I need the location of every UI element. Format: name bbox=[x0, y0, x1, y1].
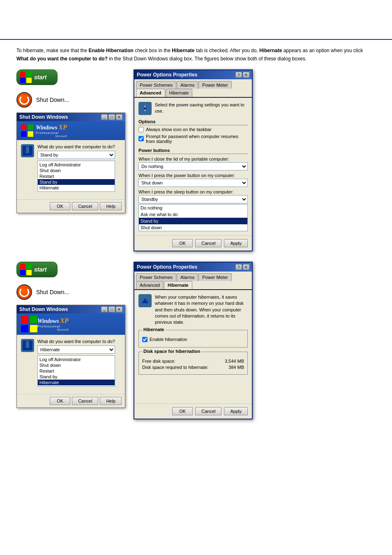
winxp-flag bbox=[21, 124, 33, 137]
checkbox2[interactable] bbox=[138, 136, 144, 141]
power-icon-2 bbox=[138, 294, 152, 307]
option-restart-2[interactable]: Restart bbox=[38, 368, 115, 374]
tab-power-meter-2[interactable]: Power Meter bbox=[198, 273, 231, 281]
power-ok-button-2[interactable]: OK bbox=[172, 407, 193, 415]
tab-advanced[interactable]: Advanced bbox=[136, 89, 165, 97]
option-shutdown-2[interactable]: Shut down bbox=[38, 362, 115, 368]
option-hibernate[interactable]: Hibernate bbox=[38, 185, 115, 191]
drop-option-ask[interactable]: Ask me what to do bbox=[139, 211, 247, 218]
maximize-button[interactable]: □ bbox=[108, 114, 115, 120]
power-apply-button-2[interactable]: Apply bbox=[224, 407, 248, 415]
shutdown-dialog-body: What do you want the computer to do? Sta… bbox=[17, 140, 125, 199]
disk-required-row: Disk space required to hibernate: 384 MB bbox=[142, 365, 244, 370]
dropdown3-label: When I press the sleep button on my comp… bbox=[138, 189, 248, 194]
dropdown2-label: When I press the power button on my comp… bbox=[138, 173, 248, 178]
start-label-2: start bbox=[34, 266, 46, 273]
option-standby[interactable]: Stand by bbox=[38, 179, 115, 185]
minimize-button-2[interactable]: _ bbox=[101, 306, 108, 312]
close-button[interactable]: ✕ bbox=[116, 114, 122, 120]
svg-rect-13 bbox=[20, 264, 25, 269]
windows-text: Windows bbox=[36, 124, 57, 131]
option-hibernate-2[interactable]: Hibernate bbox=[38, 380, 115, 385]
header-rule bbox=[0, 39, 392, 40]
question-text: What do you want the computer to do? bbox=[37, 144, 115, 149]
tab-alarms[interactable]: Alarms bbox=[177, 81, 198, 89]
tab-alarms-2[interactable]: Alarms bbox=[177, 273, 198, 281]
enable-hibernate-row: Enable hibernation bbox=[142, 337, 244, 342]
titlebar-buttons: _ □ ✕ bbox=[101, 114, 122, 120]
checkbox1[interactable] bbox=[138, 127, 144, 132]
question-icon bbox=[21, 144, 34, 157]
tab-advanced-2[interactable]: Advanced bbox=[136, 281, 164, 289]
tab-power-meter[interactable]: Power Meter bbox=[198, 81, 231, 89]
option-logoff-2[interactable]: Log off Administrator bbox=[38, 357, 115, 362]
xp-text: XP bbox=[58, 124, 67, 131]
cancel-button-2[interactable]: Cancel bbox=[72, 397, 98, 405]
shutdown-select-2[interactable]: Hibernate bbox=[37, 345, 115, 354]
drop-option-standby[interactable]: Stand by bbox=[139, 218, 247, 224]
page-body: To hibernate, make sure that the Enable … bbox=[0, 40, 392, 436]
ok-button-2[interactable]: OK bbox=[50, 397, 70, 405]
option-shutdown[interactable]: Shut down bbox=[38, 168, 115, 173]
svg-rect-15 bbox=[20, 270, 25, 275]
shutdown-dialog-footer-2: OK Cancel Help bbox=[17, 394, 125, 408]
enable-hibernate-label: Enable hibernation bbox=[150, 337, 187, 342]
svg-rect-14 bbox=[26, 264, 32, 269]
tab-power-schemes[interactable]: Power Schemes bbox=[136, 81, 176, 89]
tab-power-schemes-2[interactable]: Power Schemes bbox=[136, 273, 176, 281]
winxp-logo: Windows XP Professional Microsoft bbox=[21, 124, 67, 138]
drop-option-nothing[interactable]: Do nothing bbox=[139, 205, 247, 211]
intro-text: To hibernate, make sure that the Enable … bbox=[16, 46, 376, 63]
svg-rect-4 bbox=[21, 124, 27, 130]
shutdown-options-list: Log off Administrator Shut down Restart … bbox=[37, 161, 115, 192]
help-button-2[interactable]: Help bbox=[100, 397, 122, 405]
question-area-2: What do you want the computer to do? Hib… bbox=[37, 339, 115, 387]
checkbox2-label: Prompt for password when computer resume… bbox=[146, 134, 248, 144]
start-button[interactable]: start bbox=[16, 69, 58, 85]
svg-point-12 bbox=[144, 107, 146, 110]
close-button-2[interactable]: ✕ bbox=[116, 306, 122, 312]
disk-required-label: Disk space required to hibernate: bbox=[142, 365, 208, 370]
cancel-button[interactable]: Cancel bbox=[72, 202, 98, 210]
winxp-header: Windows XP Professional Microsoft bbox=[17, 121, 125, 140]
power-titlebar-buttons-2: ? ✕ bbox=[235, 264, 249, 270]
option-logoff[interactable]: Log off Administrator bbox=[38, 162, 115, 168]
svg-rect-25 bbox=[143, 302, 147, 303]
dropdown3[interactable]: Standby bbox=[138, 195, 248, 203]
dropdown2[interactable]: Shut down bbox=[138, 179, 248, 187]
winxp-flag-2 bbox=[21, 316, 37, 332]
tab-hibernate-2[interactable]: Hibernate bbox=[164, 281, 192, 289]
checkbox1-row: Always show icon on the taskbar bbox=[138, 127, 248, 132]
shutdown-dialog: Shut Down Windows _ □ ✕ bbox=[16, 113, 125, 213]
tab-hibernate[interactable]: Hibernate bbox=[166, 89, 193, 97]
dropdown1[interactable]: Do nothing bbox=[138, 162, 248, 170]
power-close-button-2[interactable]: ✕ bbox=[243, 264, 249, 270]
svg-rect-19 bbox=[21, 325, 28, 332]
shutdown-select[interactable]: Stand by bbox=[37, 151, 115, 159]
start-button-2[interactable]: start bbox=[16, 262, 58, 277]
start-label: start bbox=[34, 74, 46, 81]
power-cancel-button-2[interactable]: Cancel bbox=[195, 407, 221, 415]
minimize-button[interactable]: _ bbox=[101, 114, 108, 120]
option-restart[interactable]: Restart bbox=[38, 173, 115, 179]
shutdown-text-2: Shut Down... bbox=[36, 289, 69, 295]
enable-hibernate-checkbox[interactable] bbox=[142, 337, 148, 342]
question-area: What do you want the computer to do? Sta… bbox=[37, 144, 115, 192]
help-button[interactable]: Help bbox=[100, 202, 122, 210]
power-close-button[interactable]: ✕ bbox=[243, 72, 249, 78]
power-ok-button[interactable]: OK bbox=[172, 239, 193, 247]
power-help-button[interactable]: ? bbox=[235, 72, 242, 78]
option-standby-2[interactable]: Stand by bbox=[38, 374, 115, 380]
drop-option-shutdown[interactable]: Shut down bbox=[139, 224, 247, 231]
shutdown-dialog-2: Shut Down Windows _ □ ✕ bbox=[16, 305, 125, 408]
maximize-button-2[interactable]: □ bbox=[108, 306, 115, 312]
power-help-button-2[interactable]: ? bbox=[235, 264, 242, 270]
top-left-col: start Shut Down... Shut Down Windows _ □… bbox=[16, 69, 125, 213]
shutdown-dialog-title: Shut Down Windows bbox=[19, 114, 68, 120]
shutdown-options-list-2: Log off Administrator Shut down Restart … bbox=[37, 355, 115, 387]
power-apply-button[interactable]: Apply bbox=[224, 239, 248, 247]
power-options-dialog-bottom: Power Options Properties ? ✕ Power Schem… bbox=[134, 262, 253, 419]
ok-button[interactable]: OK bbox=[50, 202, 70, 210]
power-cancel-button[interactable]: Cancel bbox=[195, 239, 221, 247]
professional-text: Professional bbox=[36, 131, 67, 135]
